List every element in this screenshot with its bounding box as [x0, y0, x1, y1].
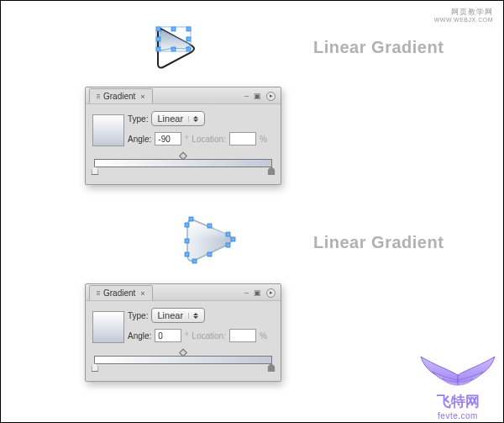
- gradient-tab[interactable]: Gradient ×: [89, 285, 153, 300]
- gradient-swatch[interactable]: [92, 311, 124, 343]
- play-shape-stroke: [148, 22, 207, 76]
- midpoint-diamond-icon[interactable]: [179, 349, 187, 357]
- angle-input[interactable]: -90: [155, 132, 181, 145]
- label-linear-gradient-top: Linear Gradient: [313, 38, 444, 57]
- angle-input[interactable]: 0: [155, 329, 181, 342]
- artwork-bottom: [177, 211, 244, 272]
- type-select[interactable]: Linear: [151, 111, 205, 126]
- logo-brand: 飞特网: [417, 392, 498, 411]
- midpoint-diamond-icon[interactable]: [179, 152, 187, 161]
- gradient-ramp[interactable]: [94, 159, 272, 167]
- location-label: Location:: [192, 135, 226, 144]
- svg-rect-15: [226, 243, 230, 247]
- artwork-top: [148, 22, 207, 76]
- tab-grip-icon: [97, 94, 100, 98]
- svg-rect-4: [186, 37, 191, 41]
- svg-rect-5: [156, 47, 160, 51]
- svg-rect-6: [171, 47, 176, 51]
- type-value: Linear: [157, 310, 183, 320]
- chevrons-icon: [188, 313, 200, 319]
- panel-window-controls: – ▣ ▸: [244, 285, 276, 300]
- type-select[interactable]: Linear: [151, 308, 205, 323]
- panel-menu-icon[interactable]: ▸: [266, 92, 276, 101]
- minimize-icon[interactable]: –: [244, 92, 249, 100]
- panel-header[interactable]: Gradient × – ▣ ▸: [86, 87, 281, 104]
- chevrons-icon: [188, 116, 200, 122]
- panel-header[interactable]: Gradient × – ▣ ▸: [86, 284, 281, 301]
- svg-rect-12: [185, 252, 189, 256]
- svg-rect-1: [171, 27, 176, 31]
- minimize-icon[interactable]: –: [244, 288, 249, 297]
- tab-label: Gradient: [103, 92, 135, 101]
- location-input[interactable]: [229, 132, 256, 145]
- label-linear-gradient-bottom: Linear Gradient: [313, 233, 444, 252]
- gradient-tab[interactable]: Gradient ×: [89, 88, 153, 103]
- gradient-panel-2: Gradient × – ▣ ▸ Type: Linear: [85, 283, 281, 382]
- svg-rect-7: [186, 47, 191, 51]
- logo-url: fevte.com: [417, 411, 498, 420]
- panel-body: Type: Linear Angle: 0 ° Location: %: [86, 301, 281, 381]
- angle-label: Angle:: [128, 331, 151, 341]
- svg-rect-10: [189, 217, 193, 221]
- collapse-icon[interactable]: ▣: [254, 92, 261, 100]
- collapse-icon[interactable]: ▣: [254, 288, 261, 297]
- wings-icon: [417, 348, 498, 392]
- swatch-preview: [93, 312, 123, 342]
- svg-rect-13: [192, 259, 197, 263]
- close-icon[interactable]: ×: [140, 93, 144, 101]
- play-shape-fill: [177, 211, 244, 272]
- panel-menu-icon[interactable]: ▸: [266, 288, 276, 298]
- swatch-preview: [93, 115, 123, 145]
- type-value: Linear: [157, 114, 183, 124]
- svg-rect-18: [207, 224, 212, 228]
- degree-symbol: °: [185, 331, 188, 341]
- svg-rect-2: [186, 27, 191, 31]
- tab-label: Gradient: [103, 288, 135, 298]
- gradient-slider[interactable]: [92, 159, 274, 167]
- gradient-swatch[interactable]: [92, 114, 124, 146]
- svg-rect-9: [185, 223, 189, 227]
- gradient-ramp[interactable]: [94, 356, 272, 364]
- gradient-panel-1: Gradient × – ▣ ▸ Type: Linear: [85, 87, 281, 185]
- type-label: Type:: [128, 311, 148, 320]
- percent-symbol: %: [260, 135, 267, 144]
- panel-body: Type: Linear Angle: -90 ° Location: %: [86, 104, 281, 184]
- type-label: Type:: [128, 114, 148, 124]
- svg-rect-17: [226, 232, 230, 236]
- svg-rect-11: [185, 239, 189, 243]
- location-label: Location:: [192, 331, 226, 341]
- close-icon[interactable]: ×: [140, 289, 144, 298]
- watermark-line2: WWW.WEBJX.COM: [434, 17, 493, 24]
- logo-brand-text: 飞特网: [437, 394, 480, 410]
- svg-rect-14: [207, 252, 212, 256]
- location-input[interactable]: [229, 329, 256, 342]
- watermark-line1: 网页教学网: [434, 8, 493, 17]
- fevte-logo: 飞特网 fevte.com: [417, 348, 498, 420]
- angle-label: Angle:: [128, 135, 151, 144]
- svg-rect-16: [231, 237, 235, 241]
- svg-rect-3: [156, 37, 160, 41]
- gradient-slider[interactable]: [92, 356, 274, 364]
- panel-window-controls: – ▣ ▸: [244, 88, 276, 103]
- webjx-watermark: 网页教学网 WWW.WEBJX.COM: [434, 8, 493, 24]
- degree-symbol: °: [185, 135, 188, 144]
- svg-rect-0: [156, 27, 160, 31]
- percent-symbol: %: [260, 331, 267, 341]
- tab-grip-icon: [97, 291, 100, 295]
